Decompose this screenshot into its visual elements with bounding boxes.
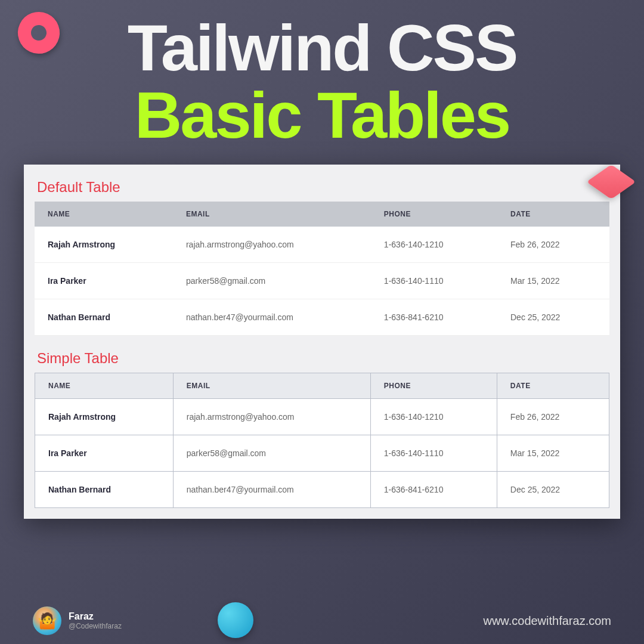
simple-table: NAME EMAIL PHONE DATE Rajah Armstrong ra… xyxy=(35,373,609,508)
website-url: www.codewithfaraz.com xyxy=(483,614,611,628)
table-row: Rajah Armstrong rajah.armstrong@yahoo.co… xyxy=(35,398,609,435)
title-line-2: Basic Tables xyxy=(0,80,644,150)
cell-phone: 1-636-140-1210 xyxy=(370,398,497,435)
table-row: Rajah Armstrong rajah.armstrong@yahoo.co… xyxy=(35,227,609,263)
cell-date: Dec 25, 2022 xyxy=(497,471,609,507)
cell-email: rajah.armstrong@yahoo.com xyxy=(173,398,370,435)
cell-phone: 1-636-841-6210 xyxy=(371,299,497,335)
cell-date: Mar 15, 2022 xyxy=(497,262,609,299)
title-line-1: Tailwind CSS xyxy=(0,15,644,80)
avatar: 🤷 xyxy=(33,606,61,635)
table-row: Ira Parker parker58@gmail.com 1-636-140-… xyxy=(35,262,609,299)
cell-email: nathan.ber47@yourmail.com xyxy=(173,471,370,507)
header-date: DATE xyxy=(497,202,609,227)
main-title: Tailwind CSS Basic Tables xyxy=(0,0,644,150)
table-header-row: NAME EMAIL PHONE DATE xyxy=(35,373,609,398)
header-name: NAME xyxy=(35,202,173,227)
cell-phone: 1-636-140-1210 xyxy=(371,227,497,263)
author-block: 🤷 Faraz @Codewithfaraz xyxy=(33,606,122,635)
cell-phone: 1-636-140-1110 xyxy=(370,435,497,471)
cell-date: Feb 26, 2022 xyxy=(497,398,609,435)
footer: 🤷 Faraz @Codewithfaraz www.codewithfaraz… xyxy=(0,606,644,635)
header-phone: PHONE xyxy=(371,202,497,227)
header-date: DATE xyxy=(497,373,609,398)
default-table-title: Default Table xyxy=(37,179,609,196)
tables-card: Default Table NAME EMAIL PHONE DATE Raja… xyxy=(24,165,620,519)
table-row: Nathan Bernard nathan.ber47@yourmail.com… xyxy=(35,299,609,335)
table-header-row: NAME EMAIL PHONE DATE xyxy=(35,202,609,227)
simple-table-title: Simple Table xyxy=(37,350,609,367)
header-email: EMAIL xyxy=(173,373,370,398)
cell-name: Ira Parker xyxy=(35,262,173,299)
cell-name: Nathan Bernard xyxy=(35,299,173,335)
cell-name: Nathan Bernard xyxy=(35,471,174,507)
header-phone: PHONE xyxy=(370,373,497,398)
cell-email: nathan.ber47@yourmail.com xyxy=(173,299,371,335)
cell-name: Rajah Armstrong xyxy=(35,227,173,263)
author-name: Faraz xyxy=(69,611,122,622)
cell-email: parker58@gmail.com xyxy=(173,435,370,471)
cell-date: Feb 26, 2022 xyxy=(497,227,609,263)
cell-name: Ira Parker xyxy=(35,435,174,471)
cell-email: parker58@gmail.com xyxy=(173,262,371,299)
cell-name: Rajah Armstrong xyxy=(35,398,174,435)
author-handle: @Codewithfaraz xyxy=(69,622,122,630)
cell-date: Dec 25, 2022 xyxy=(497,299,609,335)
header-email: EMAIL xyxy=(173,202,371,227)
default-table: NAME EMAIL PHONE DATE Rajah Armstrong ra… xyxy=(35,202,609,336)
cell-phone: 1-636-140-1110 xyxy=(371,262,497,299)
cell-phone: 1-636-841-6210 xyxy=(370,471,497,507)
table-row: Ira Parker parker58@gmail.com 1-636-140-… xyxy=(35,435,609,471)
cell-email: rajah.armstrong@yahoo.com xyxy=(173,227,371,263)
cell-date: Mar 15, 2022 xyxy=(497,435,609,471)
table-row: Nathan Bernard nathan.ber47@yourmail.com… xyxy=(35,471,609,507)
header-name: NAME xyxy=(35,373,174,398)
